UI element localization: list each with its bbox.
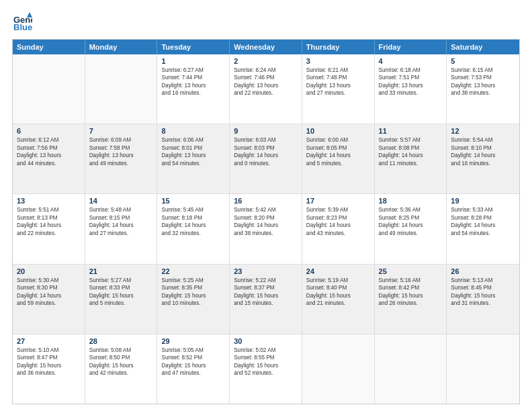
cell-info-line: Sunrise: 5:05 AM: [161, 347, 225, 354]
cell-info-line: Daylight: 15 hours: [234, 362, 298, 369]
cell-info-line: Sunset: 8:05 PM: [306, 144, 370, 152]
calendar-cell: 9Sunrise: 6:03 AMSunset: 8:03 PMDaylight…: [230, 124, 302, 193]
cell-info-line: and 15 minutes.: [234, 300, 298, 307]
cell-info-line: Sunset: 8:50 PM: [89, 354, 153, 361]
calendar-cell: 28Sunrise: 5:08 AMSunset: 8:50 PMDayligh…: [85, 334, 158, 404]
day-header-wednesday: Wednesday: [230, 40, 302, 54]
day-number: 10: [306, 127, 370, 135]
cell-info-line: Sunrise: 5:22 AM: [234, 277, 298, 284]
cell-info-line: and 54 minutes.: [161, 160, 225, 167]
cell-info-line: and 26 minutes.: [379, 300, 443, 307]
cell-info-line: Daylight: 14 hours: [379, 222, 443, 229]
calendar-cell: 18Sunrise: 5:36 AMSunset: 8:25 PMDayligh…: [375, 194, 447, 263]
cell-info-line: and 42 minutes.: [89, 369, 153, 377]
cell-info-line: Daylight: 14 hours: [234, 152, 298, 159]
cell-info-line: Daylight: 14 hours: [306, 222, 370, 229]
calendar-row-3: 13Sunrise: 5:51 AMSunset: 8:13 PMDayligh…: [13, 194, 519, 264]
cell-info-line: Sunset: 7:53 PM: [451, 74, 515, 81]
day-number: 17: [306, 197, 370, 205]
day-number: 4: [379, 57, 443, 65]
cell-info-line: Daylight: 14 hours: [451, 152, 515, 159]
cell-info-line: Sunrise: 6:24 AM: [234, 66, 298, 74]
cell-info-line: Sunrise: 5:02 AM: [234, 347, 298, 354]
day-header-tuesday: Tuesday: [157, 40, 230, 54]
calendar-cell: 2Sunrise: 6:24 AMSunset: 7:46 PMDaylight…: [230, 54, 302, 124]
day-number: 11: [379, 127, 443, 135]
calendar-cell: 27Sunrise: 5:10 AMSunset: 8:47 PMDayligh…: [13, 334, 85, 404]
cell-info-line: Daylight: 13 hours: [234, 82, 298, 89]
cell-info-line: Sunset: 8:25 PM: [379, 214, 443, 222]
cell-info-line: Sunrise: 5:30 AM: [17, 277, 81, 284]
day-number: 16: [234, 197, 298, 205]
cell-info-line: Sunset: 7:58 PM: [89, 144, 153, 152]
cell-info-line: Daylight: 14 hours: [379, 152, 443, 159]
day-number: 8: [161, 127, 225, 135]
cell-info-line: and 22 minutes.: [234, 89, 298, 97]
calendar-cell: 29Sunrise: 5:05 AMSunset: 8:52 PMDayligh…: [157, 334, 230, 404]
calendar-cell: 20Sunrise: 5:30 AMSunset: 8:30 PMDayligh…: [13, 265, 85, 334]
day-number: 21: [89, 267, 153, 275]
calendar-cell: 23Sunrise: 5:22 AMSunset: 8:37 PMDayligh…: [230, 265, 302, 334]
cell-info-line: Daylight: 14 hours: [17, 292, 81, 300]
cell-info-line: Daylight: 13 hours: [17, 152, 81, 159]
cell-info-line: and 5 minutes.: [306, 160, 370, 167]
cell-info-line: Sunset: 8:52 PM: [161, 354, 225, 361]
cell-info-line: Sunset: 8:08 PM: [379, 144, 443, 152]
calendar-cell: 21Sunrise: 5:27 AMSunset: 8:33 PMDayligh…: [85, 265, 158, 334]
calendar-cell: 14Sunrise: 5:48 AMSunset: 8:15 PMDayligh…: [85, 194, 158, 263]
cell-info-line: Daylight: 14 hours: [234, 222, 298, 229]
logo-icon: General Blue: [12, 12, 32, 32]
calendar-cell: [447, 334, 519, 404]
calendar-body: 1Sunrise: 6:27 AMSunset: 7:44 PMDaylight…: [13, 54, 519, 404]
cell-info-line: Sunrise: 6:12 AM: [17, 136, 81, 144]
day-number: 24: [306, 267, 370, 275]
cell-info-line: and 33 minutes.: [379, 89, 443, 97]
cell-info-line: Sunrise: 5:54 AM: [451, 136, 515, 144]
cell-info-line: Sunset: 8:20 PM: [234, 214, 298, 222]
cell-info-line: Sunset: 8:33 PM: [89, 284, 153, 291]
calendar-cell: 12Sunrise: 5:54 AMSunset: 8:10 PMDayligh…: [447, 124, 519, 193]
cell-info-line: Sunset: 7:46 PM: [234, 74, 298, 81]
cell-info-line: and 38 minutes.: [451, 89, 515, 97]
cell-info-line: Sunset: 7:44 PM: [161, 74, 225, 81]
day-header-sunday: Sunday: [13, 40, 85, 54]
cell-info-line: and 49 minutes.: [379, 230, 443, 237]
cell-info-line: Daylight: 13 hours: [451, 82, 515, 89]
day-number: 29: [161, 337, 225, 345]
cell-info-line: Daylight: 13 hours: [379, 82, 443, 89]
day-number: 28: [89, 337, 153, 345]
cell-info-line: Sunset: 8:37 PM: [234, 284, 298, 291]
day-header-saturday: Saturday: [447, 40, 519, 54]
cell-info-line: Daylight: 15 hours: [161, 362, 225, 369]
cell-info-line: Sunset: 8:10 PM: [451, 144, 515, 152]
day-number: 12: [451, 127, 515, 135]
cell-info-line: Sunset: 8:47 PM: [17, 354, 81, 361]
cell-info-line: Sunset: 8:23 PM: [306, 214, 370, 222]
cell-info-line: Sunset: 7:51 PM: [379, 74, 443, 81]
cell-info-line: Daylight: 15 hours: [451, 292, 515, 300]
cell-info-line: Sunrise: 6:21 AM: [306, 66, 370, 74]
cell-info-line: Sunrise: 5:16 AM: [379, 277, 443, 284]
cell-info-line: Sunrise: 5:10 AM: [17, 347, 81, 354]
cell-info-line: Sunrise: 5:48 AM: [89, 206, 153, 214]
calendar-cell: [13, 54, 85, 124]
cell-info-line: Sunrise: 6:27 AM: [161, 66, 225, 74]
cell-info-line: Sunrise: 5:42 AM: [234, 206, 298, 214]
calendar-cell: 8Sunrise: 6:06 AMSunset: 8:01 PMDaylight…: [157, 124, 230, 193]
calendar-cell: 11Sunrise: 5:57 AMSunset: 8:08 PMDayligh…: [375, 124, 447, 193]
cell-info-line: Sunrise: 6:00 AM: [306, 136, 370, 144]
day-header-friday: Friday: [375, 40, 447, 54]
cell-info-line: Sunset: 7:48 PM: [306, 74, 370, 81]
cell-info-line: Sunrise: 6:06 AM: [161, 136, 225, 144]
cell-info-line: Sunset: 8:13 PM: [17, 214, 81, 222]
day-number: 25: [379, 267, 443, 275]
cell-info-line: Sunrise: 5:33 AM: [451, 206, 515, 214]
calendar-cell: 5Sunrise: 6:15 AMSunset: 7:53 PMDaylight…: [447, 54, 519, 124]
cell-info-line: Sunset: 8:01 PM: [161, 144, 225, 152]
cell-info-line: and 49 minutes.: [89, 160, 153, 167]
cell-info-line: and 32 minutes.: [161, 230, 225, 237]
calendar-cell: 22Sunrise: 5:25 AMSunset: 8:35 PMDayligh…: [157, 265, 230, 334]
cell-info-line: and 44 minutes.: [17, 160, 81, 167]
day-header-monday: Monday: [85, 40, 158, 54]
day-number: 30: [234, 337, 298, 345]
